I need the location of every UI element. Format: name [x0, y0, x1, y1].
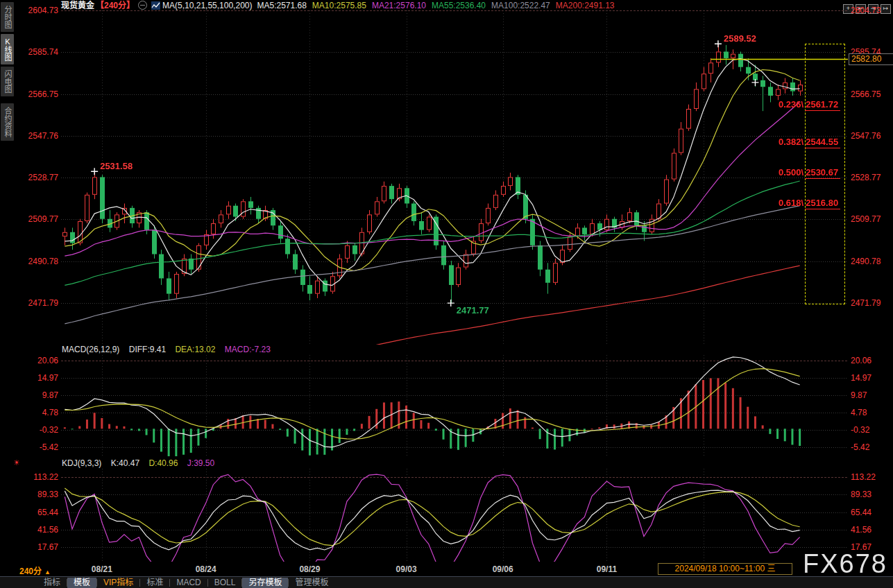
tab-VIP指标[interactable]: VIP指标 [97, 578, 139, 588]
sidebar-item-闪电图[interactable]: 闪电图 [1, 67, 14, 96]
fib-price: 2544.55 [805, 137, 840, 148]
kdj-chart[interactable] [61, 469, 848, 562]
ma-value: MA10:2575.85 [312, 1, 366, 10]
tab-指标[interactable]: 指标 [37, 578, 67, 588]
tab-MACD[interactable]: MACD [170, 578, 207, 588]
price-axis-label: 2566.75 [17, 89, 58, 99]
price-axis-label: 2490.78 [851, 257, 892, 266]
fib-ratio: 0.382 [779, 137, 801, 147]
kdj-axis-label: 65.44 [851, 508, 892, 517]
sidebar-item-K线图[interactable]: K线图 [1, 34, 14, 64]
kdj-axis-label: 113.22 [851, 472, 892, 482]
tab-管理模板[interactable]: 管理模板 [289, 578, 334, 588]
kdj-axis-label: 89.33 [17, 490, 58, 499]
kdj-k-value: K:40.47 [111, 458, 139, 468]
price-axis-label: 2509.77 [17, 214, 58, 224]
macd-macd-value: MACD:-7.23 [225, 345, 271, 354]
fib-price: 2561.72 [805, 99, 840, 111]
kdj-d-value: D:40.96 [148, 458, 178, 468]
price-axis-label: 2528.77 [851, 173, 892, 182]
period-selector[interactable]: 240分▲ [19, 564, 51, 576]
kdj-axis-label: 89.33 [851, 490, 892, 499]
sidebar-item-分时图[interactable]: 分时图 [1, 2, 14, 32]
date-tick: 09/06 [479, 564, 527, 574]
period-badge: 【240分】 [96, 1, 135, 10]
price-axis-label: 2528.77 [17, 173, 58, 182]
price-axis-label: 2547.76 [851, 131, 892, 141]
price-axis-label: 2471.79 [17, 298, 58, 308]
tab-BOLL[interactable]: BOLL [208, 578, 242, 588]
fib-slash: \ [801, 137, 804, 147]
macd-title: MACD(26,12,9) [62, 345, 119, 354]
ma-value: MA200:2491.13 [556, 1, 615, 10]
kdj-axis-label: 113.22 [17, 472, 58, 482]
kdj-axis-label: 41.56 [17, 525, 58, 535]
kdj-header: KDJ(9,3,3) K:40.47 D:40.96 J:39.50 [62, 458, 214, 468]
chart-header: 现货黄金【240分】MA(5,10,21,55,100,200)MA5:2571… [61, 0, 620, 11]
sidebar-item-合约资料[interactable]: 合约资料 [1, 103, 14, 141]
watermark: FX678 [803, 549, 887, 579]
candlestick-chart[interactable] [61, 10, 848, 345]
kdj-axis-label: 17.67 [17, 542, 58, 552]
current-price-label[interactable]: 2582.80 [849, 53, 893, 65]
price-axis-label: 2490.78 [17, 257, 58, 266]
ma-group-label: MA(5,10,21,55,100,200) [162, 1, 252, 10]
macd-dea-value: DEA:13.02 [175, 345, 215, 354]
price-axis-label: 2604.73 [17, 6, 58, 15]
tab-模板[interactable]: 模板 [67, 578, 96, 588]
date-tick: 09/11 [582, 564, 631, 574]
macd-axis-label: 4.78 [851, 408, 892, 417]
kdj-axis-label: 41.56 [851, 525, 892, 535]
macd-axis-label: 20.06 [17, 356, 58, 365]
macd-axis-label: -5.42 [17, 442, 58, 452]
collapse-icon[interactable] [138, 1, 147, 10]
date-tick: 09/03 [382, 564, 431, 574]
date-tick: 08/21 [78, 564, 126, 574]
macd-axis-label: -0.32 [851, 425, 892, 435]
ma-value: MA21:2576.10 [372, 1, 426, 10]
fib-slash: \ [801, 99, 804, 110]
macd-axis-label: 14.97 [17, 373, 58, 383]
current-candle-time[interactable]: 2024/09/18 10:00~11:00 三 [658, 563, 792, 575]
current-price-value: 2582.80 [851, 54, 881, 64]
price-axis-label: 2509.77 [851, 214, 892, 224]
triangle-up-icon: ▲ [44, 569, 51, 576]
fib-price: 2530.67 [805, 167, 840, 179]
macd-axis-label: 14.97 [851, 373, 892, 383]
macd-axis-label: 4.78 [17, 408, 58, 417]
fib-level: 0.618\2516.80 [779, 198, 840, 208]
macd-chart[interactable] [61, 355, 848, 456]
price-axis-label: 2566.75 [851, 89, 892, 99]
macd-header: MACD(26,12,9) DIFF:9.41 DEA:13.02 MACD:-… [62, 345, 271, 354]
tab-标准[interactable]: 标准 [140, 578, 169, 588]
fib-level: 0.236\2561.72 [779, 99, 840, 110]
price-axis-label: 2604.73 [851, 6, 892, 15]
kdj-axis-label: 65.44 [17, 508, 58, 517]
macd-axis-label: -5.42 [851, 442, 892, 452]
fib-level: 0.500\2530.67 [779, 167, 840, 178]
date-tick: 08/24 [182, 564, 230, 574]
indicator-flag-icon[interactable]: ☀ [13, 458, 20, 467]
fib-ratio: 0.618 [779, 198, 801, 208]
ma-legend: MA5:2571.68MA10:2575.85MA21:2576.10MA55:… [257, 1, 620, 10]
fib-ratio: 0.236 [779, 99, 801, 110]
price-axis-label: 2547.76 [17, 131, 58, 141]
price-axis-label: 2471.79 [851, 298, 892, 308]
macd-diff-value: DIFF:9.41 [129, 345, 166, 354]
fib-ratio: 0.500 [779, 167, 801, 178]
chart-type-icon [151, 1, 160, 10]
symbol-title: 现货黄金 [61, 1, 94, 10]
trading-app-window: 分时图K线图闪电图合约资料 现货黄金【240分】MA(5,10,21,55,10… [0, 0, 893, 588]
left-sidebar: 分时图K线图闪电图合约资料 [0, 0, 16, 143]
kdj-title: KDJ(9,3,3) [62, 458, 101, 468]
macd-axis-label: 9.87 [851, 390, 892, 400]
fib-level: 0.382\2544.55 [779, 137, 840, 147]
ma-value: MA5:2571.68 [257, 1, 306, 10]
tab-另存模板[interactable]: 另存模板 [242, 578, 288, 588]
macd-axis-label: 20.06 [851, 356, 892, 365]
fib-slash: \ [801, 167, 804, 178]
fib-slash: \ [801, 198, 804, 208]
ma-value: MA100:2522.47 [491, 1, 550, 10]
bottom-toolbar: 指标模板VIP指标标准MACDBOLL另存模板管理模板 [0, 576, 893, 588]
date-tick: 08/29 [285, 564, 334, 574]
